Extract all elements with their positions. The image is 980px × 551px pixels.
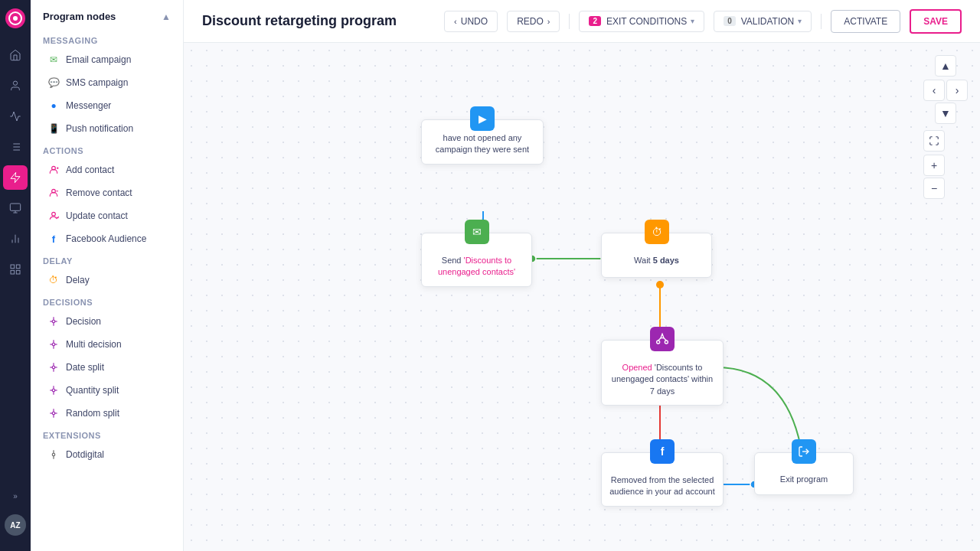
- sms-campaign-icon: 💬: [47, 77, 60, 89]
- sidebar-item-messenger[interactable]: ● Messenger: [35, 94, 178, 117]
- nav-expand[interactable]: »: [3, 484, 28, 508]
- messenger-icon: ●: [47, 99, 60, 112]
- push-icon: 📱: [47, 122, 60, 135]
- toolbar-divider-2: [821, 14, 822, 29]
- date-split-icon: [47, 361, 60, 373]
- nav-arrows-row: ‹ ›: [923, 80, 968, 101]
- nav-grid[interactable]: [3, 257, 28, 282]
- entry-node[interactable]: ▶ have not opened any campaign they were…: [421, 119, 544, 165]
- sidebar-title: Program nodes: [43, 11, 116, 22]
- sidebar-item-remove-contact[interactable]: Remove contact: [35, 181, 178, 204]
- exit-text: Exit program: [763, 474, 845, 484]
- sidebar-item-delay[interactable]: ⏱ Delay: [35, 269, 178, 292]
- sidebar-item-push-notification[interactable]: 📱 Push notification: [35, 117, 178, 140]
- sidebar-item-decision[interactable]: Decision: [35, 310, 178, 333]
- zoom-up-btn[interactable]: ▲: [935, 55, 956, 77]
- svg-line-73: [658, 338, 661, 341]
- delay-icon: ⏱: [47, 274, 60, 286]
- redo-arrow-icon: ›: [547, 17, 550, 26]
- decision-node[interactable]: Opened 'Discounts to unengaged contacts'…: [601, 340, 724, 406]
- svg-point-71: [657, 341, 660, 344]
- exit-node[interactable]: Exit program: [754, 452, 854, 495]
- main-content: Discount retargeting program ‹ UNDO REDO…: [184, 0, 980, 551]
- wait-text: Wait 5 days: [609, 255, 704, 266]
- svg-point-52: [52, 453, 55, 456]
- facebook-remove-text: Removed from the selected audience in yo…: [609, 474, 715, 498]
- svg-point-26: [52, 212, 56, 216]
- svg-rect-17: [11, 265, 15, 269]
- nav-charts[interactable]: [3, 227, 28, 251]
- svg-rect-19: [11, 270, 15, 274]
- flow-connections: [184, 43, 980, 551]
- wait-node[interactable]: ⏱ Wait 5 days: [601, 233, 712, 278]
- svg-point-2: [13, 16, 18, 21]
- nav-analytics[interactable]: [3, 104, 28, 129]
- undo-btn[interactable]: ‹ UNDO: [444, 11, 498, 32]
- add-contact-icon: [47, 164, 60, 176]
- nav-contacts[interactable]: [3, 73, 28, 98]
- sidebar-item-add-contact[interactable]: Add contact: [35, 158, 178, 181]
- app-logo[interactable]: [5, 8, 26, 29]
- exit-conditions-btn[interactable]: 2 EXIT CONDITIONS ▾: [579, 11, 704, 32]
- sidebar-panel: Program nodes ▲ Messaging ✉ Email campai…: [31, 0, 184, 551]
- sidebar-item-date-split[interactable]: Date split: [35, 356, 178, 379]
- section-decisions: Decisions: [31, 292, 183, 310]
- zoom-out-btn[interactable]: −: [923, 178, 945, 199]
- svg-point-61: [656, 281, 664, 289]
- section-delay: Delay: [31, 250, 183, 269]
- sidebar-item-update-contact[interactable]: Update contact: [35, 204, 178, 227]
- svg-point-32: [52, 343, 55, 346]
- zoom-in-btn[interactable]: +: [923, 155, 945, 176]
- decision-icon: [47, 315, 60, 328]
- zoom-controls: ▲ ‹ › ▼ + −: [923, 55, 968, 199]
- svg-point-27: [52, 320, 55, 323]
- sidebar-item-quantity-split[interactable]: Quantity split: [35, 379, 178, 402]
- svg-point-47: [52, 412, 55, 415]
- entry-node-text: have not opened any campaign they were s…: [430, 132, 535, 156]
- pan-left-btn[interactable]: ‹: [923, 80, 945, 101]
- section-actions: Actions: [31, 140, 183, 158]
- svg-point-42: [52, 389, 55, 392]
- zoom-down-btn[interactable]: ▼: [935, 103, 956, 124]
- multi-decision-icon: [47, 338, 60, 350]
- nav-reports[interactable]: [3, 196, 28, 220]
- top-bar: Discount retargeting program ‹ UNDO REDO…: [184, 0, 980, 43]
- svg-rect-11: [10, 204, 20, 210]
- redo-btn[interactable]: REDO ›: [507, 11, 560, 32]
- sidebar-item-facebook-audience[interactable]: f Facebook Audience: [35, 227, 178, 250]
- sidebar-item-email-campaign[interactable]: ✉ Email campaign: [35, 48, 178, 71]
- sidebar-collapse-btn[interactable]: ▲: [162, 11, 171, 22]
- svg-marker-10: [11, 172, 20, 182]
- user-avatar[interactable]: AZ: [5, 514, 26, 536]
- dotdigital-icon: [47, 448, 60, 461]
- svg-point-3: [13, 81, 17, 85]
- facebook-remove-node[interactable]: f Removed from the selected audience in …: [601, 452, 724, 507]
- svg-line-74: [664, 338, 666, 341]
- activate-button[interactable]: ACTIVATE: [831, 10, 900, 33]
- nav-home[interactable]: [3, 43, 28, 67]
- send-email-text: Send 'Discounts to unengaged contacts': [430, 255, 524, 279]
- nav-segments[interactable]: [3, 135, 28, 159]
- nav-automation[interactable]: [3, 165, 28, 190]
- facebook-icon: f: [47, 233, 60, 245]
- sidebar-item-random-split[interactable]: Random split: [35, 402, 178, 425]
- send-email-node[interactable]: ✉ Send 'Discounts to unengaged contacts': [421, 233, 532, 287]
- validation-btn[interactable]: 0 VALIDATION ▾: [714, 11, 812, 32]
- sidebar-item-multi-decision[interactable]: Multi decision: [35, 333, 178, 356]
- sidebar-header: Program nodes ▲: [31, 0, 183, 30]
- toolbar-divider-1: [569, 14, 570, 29]
- canvas-area[interactable]: ▶ have not opened any campaign they were…: [184, 43, 980, 551]
- section-messaging: Messaging: [31, 30, 183, 48]
- remove-contact-icon: [47, 187, 60, 199]
- pan-right-btn[interactable]: ›: [946, 80, 968, 101]
- sidebar-item-dotdigital[interactable]: Dotdigital: [35, 443, 178, 466]
- fit-screen-btn[interactable]: [923, 130, 945, 152]
- validation-chevron: ▾: [798, 17, 802, 25]
- save-button[interactable]: SAVE: [910, 9, 962, 34]
- sidebar-item-sms-campaign[interactable]: 💬 SMS campaign: [35, 71, 178, 94]
- toolbar-right: ‹ UNDO REDO › 2 EXIT CONDITIONS ▾ 0 VALI…: [444, 9, 962, 34]
- exit-conditions-chevron: ▾: [691, 17, 694, 25]
- svg-point-37: [52, 366, 55, 369]
- quantity-split-icon: [47, 384, 60, 396]
- svg-rect-18: [16, 265, 20, 269]
